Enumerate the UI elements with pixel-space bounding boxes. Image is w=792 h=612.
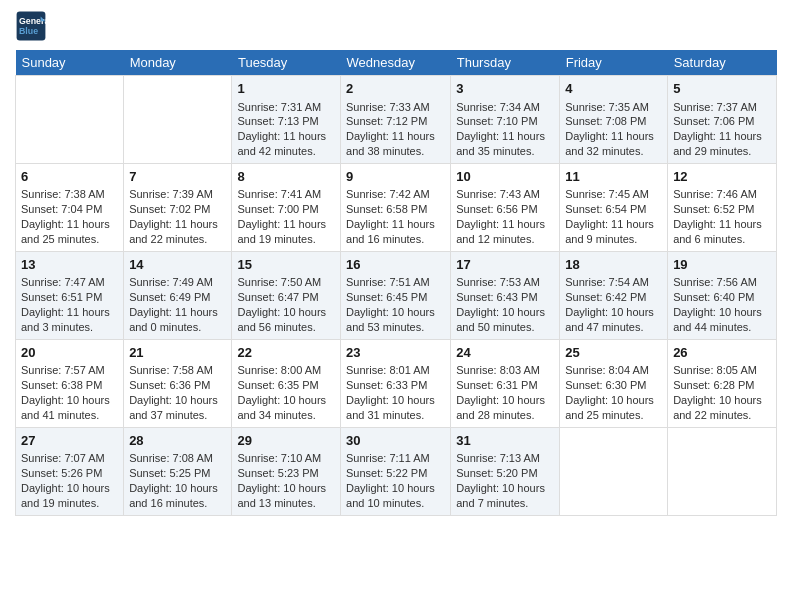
day-info: Sunrise: 7:35 AM — [565, 100, 662, 115]
logo: General Blue — [15, 10, 51, 42]
day-number: 12 — [673, 168, 771, 186]
calendar-cell: 21Sunrise: 7:58 AMSunset: 6:36 PMDayligh… — [124, 339, 232, 427]
day-number: 23 — [346, 344, 445, 362]
day-info: Sunset: 5:20 PM — [456, 466, 554, 481]
day-info: Sunset: 6:42 PM — [565, 290, 662, 305]
calendar-cell: 31Sunrise: 7:13 AMSunset: 5:20 PMDayligh… — [451, 427, 560, 515]
day-number: 6 — [21, 168, 118, 186]
calendar-cell: 29Sunrise: 7:10 AMSunset: 5:23 PMDayligh… — [232, 427, 341, 515]
day-info: Daylight: 11 hours and 6 minutes. — [673, 217, 771, 247]
day-info: Sunrise: 8:04 AM — [565, 363, 662, 378]
day-info: Sunrise: 8:05 AM — [673, 363, 771, 378]
day-number: 20 — [21, 344, 118, 362]
day-info: Daylight: 10 hours and 37 minutes. — [129, 393, 226, 423]
day-info: Sunset: 6:38 PM — [21, 378, 118, 393]
day-number: 11 — [565, 168, 662, 186]
day-info: Daylight: 10 hours and 7 minutes. — [456, 481, 554, 511]
calendar-cell: 20Sunrise: 7:57 AMSunset: 6:38 PMDayligh… — [16, 339, 124, 427]
day-info: Sunset: 5:26 PM — [21, 466, 118, 481]
calendar-cell: 24Sunrise: 8:03 AMSunset: 6:31 PMDayligh… — [451, 339, 560, 427]
calendar-cell: 8Sunrise: 7:41 AMSunset: 7:00 PMDaylight… — [232, 163, 341, 251]
day-info: Sunrise: 7:13 AM — [456, 451, 554, 466]
day-info: Daylight: 11 hours and 29 minutes. — [673, 129, 771, 159]
day-number: 17 — [456, 256, 554, 274]
day-info: Daylight: 10 hours and 10 minutes. — [346, 481, 445, 511]
calendar-cell: 13Sunrise: 7:47 AMSunset: 6:51 PMDayligh… — [16, 251, 124, 339]
day-info: Sunset: 5:25 PM — [129, 466, 226, 481]
day-info: Sunrise: 7:10 AM — [237, 451, 335, 466]
day-info: Sunrise: 7:08 AM — [129, 451, 226, 466]
calendar-cell — [668, 427, 777, 515]
week-row-1: 1Sunrise: 7:31 AMSunset: 7:13 PMDaylight… — [16, 76, 777, 164]
calendar-cell: 27Sunrise: 7:07 AMSunset: 5:26 PMDayligh… — [16, 427, 124, 515]
day-number: 3 — [456, 80, 554, 98]
day-info: Sunrise: 7:11 AM — [346, 451, 445, 466]
day-info: Daylight: 11 hours and 19 minutes. — [237, 217, 335, 247]
day-info: Sunrise: 8:00 AM — [237, 363, 335, 378]
day-info: Sunrise: 7:37 AM — [673, 100, 771, 115]
day-number: 13 — [21, 256, 118, 274]
calendar-cell: 28Sunrise: 7:08 AMSunset: 5:25 PMDayligh… — [124, 427, 232, 515]
col-header-sunday: Sunday — [16, 50, 124, 76]
day-info: Sunrise: 7:58 AM — [129, 363, 226, 378]
week-row-5: 27Sunrise: 7:07 AMSunset: 5:26 PMDayligh… — [16, 427, 777, 515]
col-header-friday: Friday — [560, 50, 668, 76]
day-info: Sunset: 7:08 PM — [565, 114, 662, 129]
day-info: Sunset: 6:51 PM — [21, 290, 118, 305]
day-number: 8 — [237, 168, 335, 186]
calendar-cell: 23Sunrise: 8:01 AMSunset: 6:33 PMDayligh… — [341, 339, 451, 427]
day-info: Daylight: 10 hours and 31 minutes. — [346, 393, 445, 423]
day-info: Sunset: 7:13 PM — [237, 114, 335, 129]
calendar-cell: 16Sunrise: 7:51 AMSunset: 6:45 PMDayligh… — [341, 251, 451, 339]
calendar-cell: 2Sunrise: 7:33 AMSunset: 7:12 PMDaylight… — [341, 76, 451, 164]
day-number: 26 — [673, 344, 771, 362]
day-info: Sunset: 6:33 PM — [346, 378, 445, 393]
day-info: Sunset: 6:35 PM — [237, 378, 335, 393]
day-number: 16 — [346, 256, 445, 274]
calendar-cell: 30Sunrise: 7:11 AMSunset: 5:22 PMDayligh… — [341, 427, 451, 515]
day-number: 19 — [673, 256, 771, 274]
svg-text:Blue: Blue — [19, 26, 38, 36]
day-info: Sunrise: 7:46 AM — [673, 187, 771, 202]
day-info: Sunset: 6:58 PM — [346, 202, 445, 217]
day-info: Daylight: 11 hours and 3 minutes. — [21, 305, 118, 335]
day-info: Sunrise: 7:34 AM — [456, 100, 554, 115]
col-header-tuesday: Tuesday — [232, 50, 341, 76]
day-info: Sunset: 7:02 PM — [129, 202, 226, 217]
day-info: Sunrise: 7:31 AM — [237, 100, 335, 115]
col-header-thursday: Thursday — [451, 50, 560, 76]
week-row-2: 6Sunrise: 7:38 AMSunset: 7:04 PMDaylight… — [16, 163, 777, 251]
day-info: Daylight: 10 hours and 53 minutes. — [346, 305, 445, 335]
day-info: Sunset: 7:10 PM — [456, 114, 554, 129]
day-number: 29 — [237, 432, 335, 450]
day-info: Sunset: 6:47 PM — [237, 290, 335, 305]
day-info: Sunrise: 7:49 AM — [129, 275, 226, 290]
day-info: Sunset: 6:31 PM — [456, 378, 554, 393]
day-info: Sunset: 6:52 PM — [673, 202, 771, 217]
calendar-cell: 11Sunrise: 7:45 AMSunset: 6:54 PMDayligh… — [560, 163, 668, 251]
calendar-cell: 10Sunrise: 7:43 AMSunset: 6:56 PMDayligh… — [451, 163, 560, 251]
calendar-cell: 6Sunrise: 7:38 AMSunset: 7:04 PMDaylight… — [16, 163, 124, 251]
calendar-cell: 14Sunrise: 7:49 AMSunset: 6:49 PMDayligh… — [124, 251, 232, 339]
calendar-cell: 3Sunrise: 7:34 AMSunset: 7:10 PMDaylight… — [451, 76, 560, 164]
day-info: Sunset: 5:22 PM — [346, 466, 445, 481]
calendar-cell: 7Sunrise: 7:39 AMSunset: 7:02 PMDaylight… — [124, 163, 232, 251]
day-info: Daylight: 10 hours and 44 minutes. — [673, 305, 771, 335]
day-info: Sunset: 6:56 PM — [456, 202, 554, 217]
header-row: SundayMondayTuesdayWednesdayThursdayFrid… — [16, 50, 777, 76]
day-info: Sunrise: 7:43 AM — [456, 187, 554, 202]
col-header-saturday: Saturday — [668, 50, 777, 76]
calendar-cell: 5Sunrise: 7:37 AMSunset: 7:06 PMDaylight… — [668, 76, 777, 164]
week-row-3: 13Sunrise: 7:47 AMSunset: 6:51 PMDayligh… — [16, 251, 777, 339]
day-info: Daylight: 11 hours and 12 minutes. — [456, 217, 554, 247]
day-number: 14 — [129, 256, 226, 274]
day-info: Daylight: 10 hours and 56 minutes. — [237, 305, 335, 335]
day-number: 22 — [237, 344, 335, 362]
calendar-cell: 25Sunrise: 8:04 AMSunset: 6:30 PMDayligh… — [560, 339, 668, 427]
calendar-cell — [124, 76, 232, 164]
calendar-cell: 18Sunrise: 7:54 AMSunset: 6:42 PMDayligh… — [560, 251, 668, 339]
day-info: Daylight: 11 hours and 16 minutes. — [346, 217, 445, 247]
day-number: 28 — [129, 432, 226, 450]
col-header-wednesday: Wednesday — [341, 50, 451, 76]
week-row-4: 20Sunrise: 7:57 AMSunset: 6:38 PMDayligh… — [16, 339, 777, 427]
